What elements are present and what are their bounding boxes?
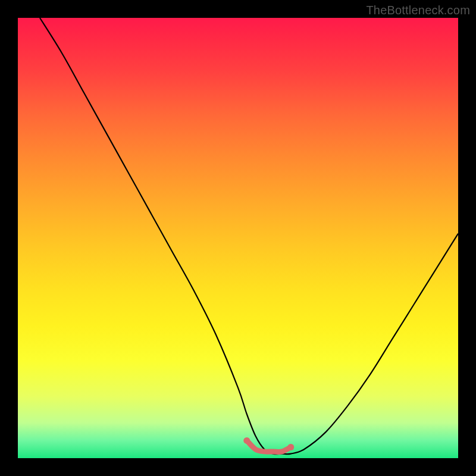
bottleneck-curve-path	[40, 18, 458, 454]
watermark-text: TheBottleneck.com	[366, 4, 470, 17]
chart-svg	[18, 18, 458, 458]
highlight-dot-left	[243, 437, 250, 444]
highlight-dot-right	[287, 444, 294, 450]
flat-bottom-highlight	[247, 440, 291, 452]
chart-plot-area	[18, 18, 458, 458]
